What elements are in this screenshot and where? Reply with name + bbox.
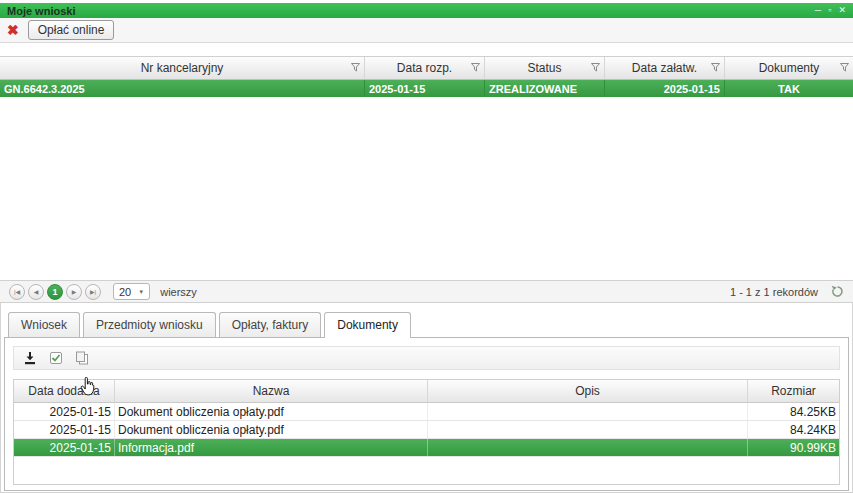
- cell-opis: [428, 403, 748, 420]
- first-page-button[interactable]: |◀: [9, 284, 25, 300]
- cell-nazwa: Informacja.pdf: [115, 439, 428, 456]
- mouse-cursor: [80, 377, 95, 396]
- page-size-select[interactable]: 20 ▼: [113, 283, 150, 300]
- column-header-label: Dokumenty: [759, 61, 820, 75]
- pay-online-button[interactable]: Opłać online: [28, 20, 115, 40]
- current-page-button[interactable]: 1: [47, 284, 63, 300]
- cell-dokumenty: TAK: [725, 80, 853, 97]
- tab-wniosek[interactable]: Wniosek: [8, 312, 80, 337]
- cell-nazwa: Dokument obliczenia opłaty.pdf: [115, 421, 428, 438]
- cell-status: ZREALIZOWANE: [485, 80, 605, 97]
- filter-icon[interactable]: [351, 63, 360, 72]
- column-header-label: Status: [527, 61, 561, 75]
- column-header-data-rozp[interactable]: Data rozp.: [365, 57, 485, 79]
- copy-icon[interactable]: [75, 351, 89, 365]
- filter-icon[interactable]: [591, 63, 600, 72]
- cell-rozmiar: 84.25KB: [748, 403, 839, 420]
- document-row[interactable]: 2025-01-15 Dokument obliczenia opłaty.pd…: [14, 403, 839, 421]
- table-row[interactable]: GN.6642.3.2025 2025-01-15 ZREALIZOWANE 2…: [0, 80, 853, 97]
- download-icon[interactable]: [23, 351, 37, 365]
- filter-icon[interactable]: [840, 63, 849, 72]
- cell-data-rozp: 2025-01-15: [365, 80, 485, 97]
- minimize-button[interactable]: ─: [815, 3, 821, 18]
- document-row[interactable]: 2025-01-15 Informacja.pdf 90.99KB: [14, 439, 839, 457]
- tab-przedmioty-wniosku[interactable]: Przedmioty wniosku: [83, 312, 216, 337]
- cell-nazwa: Dokument obliczenia opłaty.pdf: [115, 403, 428, 420]
- column-header-label: Nr kancelaryjny: [141, 61, 224, 75]
- column-header-status[interactable]: Status: [485, 57, 605, 79]
- documents-toolbar: [13, 346, 840, 370]
- cell-rozmiar: 90.99KB: [748, 439, 839, 456]
- window-controls: ─ ▫ ✕: [815, 3, 846, 18]
- dokumenty-tab-panel: Data dodania Nazwa Opis Rozmiar 2025-01-…: [4, 337, 849, 491]
- refresh-icon[interactable]: [831, 285, 844, 298]
- window-toolbar: ✖ Opłać online: [0, 18, 853, 43]
- window-title: Moje wnioski: [7, 5, 75, 17]
- prev-page-button[interactable]: ◀: [28, 284, 44, 300]
- records-count: 1 - 1 z 1 rekordów: [730, 286, 818, 298]
- window-titlebar[interactable]: Moje wnioski ─ ▫ ✕: [0, 3, 853, 18]
- document-row[interactable]: 2025-01-15 Dokument obliczenia opłaty.pd…: [14, 421, 839, 439]
- close-icon[interactable]: ✖: [7, 23, 19, 37]
- column-header-data-zalatw[interactable]: Data załatw.: [605, 57, 725, 79]
- rows-label: wierszy: [160, 286, 197, 298]
- tab-dokumenty[interactable]: Dokumenty: [324, 312, 411, 338]
- pagination-bar: |◀ ◀ 1 ▶ ▶| 20 ▼ wierszy 1 - 1 z 1 rekor…: [0, 280, 853, 303]
- column-header-dokumenty[interactable]: Dokumenty: [725, 57, 853, 79]
- grid-header-row: Nr kancelaryjny Data rozp. Status Data z…: [0, 56, 853, 80]
- column-header-label: Data rozp.: [397, 61, 452, 75]
- chevron-down-icon: ▼: [138, 289, 144, 295]
- last-page-button[interactable]: ▶|: [85, 284, 101, 300]
- cell-nr-kancelaryjny: GN.6642.3.2025: [0, 80, 365, 97]
- next-page-button[interactable]: ▶: [66, 284, 82, 300]
- cell-data-dodania: 2025-01-15: [14, 421, 115, 438]
- tab-oplaty-faktury[interactable]: Opłaty, faktury: [219, 312, 321, 337]
- cell-data-dodania: 2025-01-15: [14, 439, 115, 456]
- filter-icon[interactable]: [471, 63, 480, 72]
- documents-header-row: Data dodania Nazwa Opis Rozmiar: [14, 380, 839, 403]
- column-header-nazwa[interactable]: Nazwa: [115, 380, 428, 402]
- tab-bar: Wniosek Przedmioty wniosku Opłaty, faktu…: [0, 310, 853, 337]
- documents-table: Data dodania Nazwa Opis Rozmiar 2025-01-…: [13, 379, 840, 485]
- column-header-rozmiar[interactable]: Rozmiar: [748, 380, 839, 402]
- cell-data-dodania: 2025-01-15: [14, 403, 115, 420]
- filter-icon[interactable]: [711, 63, 720, 72]
- cell-opis: [428, 439, 748, 456]
- moje-wnioski-window: Moje wnioski ─ ▫ ✕ ✖ Opłać online Nr kan…: [0, 0, 853, 493]
- column-header-data-dodania[interactable]: Data dodania: [14, 380, 115, 402]
- close-button[interactable]: ✕: [838, 3, 846, 18]
- cell-data-zalatw: 2025-01-15: [605, 80, 725, 97]
- page-size-value: 20: [119, 286, 131, 298]
- cell-opis: [428, 421, 748, 438]
- maximize-button[interactable]: ▫: [828, 3, 831, 18]
- column-header-nr-kancelaryjny[interactable]: Nr kancelaryjny: [0, 57, 365, 79]
- select-documents-icon[interactable]: [49, 351, 63, 365]
- applications-grid: Nr kancelaryjny Data rozp. Status Data z…: [0, 43, 853, 280]
- column-header-label: Data załatw.: [632, 61, 697, 75]
- cell-rozmiar: 84.24KB: [748, 421, 839, 438]
- column-header-opis[interactable]: Opis: [428, 380, 748, 402]
